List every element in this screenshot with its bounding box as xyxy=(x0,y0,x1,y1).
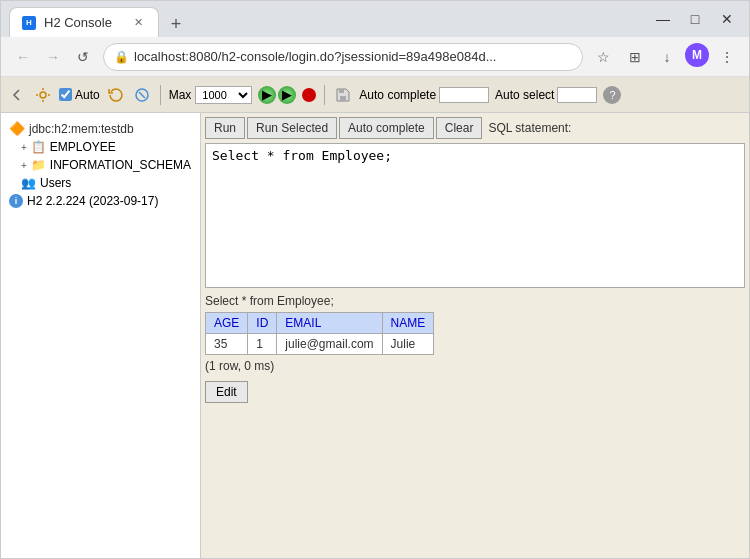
forward-btn[interactable]: → xyxy=(39,43,67,71)
tab-favicon: H xyxy=(22,16,36,30)
cell-name: Julie xyxy=(382,334,434,355)
active-tab[interactable]: H H2 Console ✕ xyxy=(9,7,159,37)
info-icon: i xyxy=(9,194,23,208)
reload-btn[interactable]: ↺ xyxy=(69,43,97,71)
run-btn[interactable]: Run xyxy=(205,117,245,139)
disconnect-icon[interactable] xyxy=(132,85,152,105)
app-area: Auto Max 1000 100 500 10000 ▶ ▶ xyxy=(1,77,749,558)
sql-toolbar: Run Run Selected Auto complete Clear SQL… xyxy=(205,117,745,139)
svg-line-2 xyxy=(139,92,145,98)
run-btn-1[interactable]: ▶ xyxy=(258,86,276,104)
expand-icon-2: + xyxy=(21,160,27,171)
max-select[interactable]: 1000 100 500 10000 xyxy=(195,86,252,104)
help-btn[interactable]: ? xyxy=(603,86,621,104)
sql-editor[interactable]: Select * from Employee; xyxy=(205,143,745,288)
auto-checkbox[interactable] xyxy=(59,88,72,101)
extensions-btn[interactable]: ⊞ xyxy=(621,43,649,71)
avatar[interactable]: M xyxy=(685,43,709,67)
autocomplete-group: Auto complete xyxy=(359,87,489,103)
tree-label-employee: EMPLOYEE xyxy=(50,140,116,154)
autoselect-group: Auto select xyxy=(495,87,597,103)
max-label: Max xyxy=(169,88,192,102)
col-email: EMAIL xyxy=(277,313,382,334)
col-name: NAME xyxy=(382,313,434,334)
db-label: jdbc:h2:mem:testdb xyxy=(29,122,134,136)
table-header-row: AGE ID EMAIL NAME xyxy=(206,313,434,334)
max-group: Max 1000 100 500 10000 xyxy=(169,86,253,104)
separator-1 xyxy=(160,85,161,105)
autocomplete-input[interactable] xyxy=(439,87,489,103)
h2-toolbar: Auto Max 1000 100 500 10000 ▶ ▶ xyxy=(1,77,749,113)
address-bar: ← → ↺ 🔒 localhost:8080/h2-console/login.… xyxy=(1,37,749,77)
url-text: localhost:8080/h2-console/login.do?jsess… xyxy=(134,49,496,64)
svg-rect-4 xyxy=(339,89,344,93)
cell-email: julie@gmail.com xyxy=(277,334,382,355)
autoselect-label: Auto select xyxy=(495,88,554,102)
tree-label-information-schema: INFORMATION_SCHEMA xyxy=(50,158,191,172)
clear-btn[interactable]: Clear xyxy=(436,117,483,139)
results-table: AGE ID EMAIL NAME 35 1 julie@gmail.com xyxy=(205,312,434,355)
db-connection[interactable]: 🔶 jdbc:h2:mem:testdb xyxy=(5,119,196,138)
menu-btn[interactable]: ⋮ xyxy=(713,43,741,71)
addr-actions: ☆ ⊞ ↓ M ⋮ xyxy=(589,43,741,71)
svg-rect-3 xyxy=(340,96,346,101)
maximize-btn[interactable]: □ xyxy=(681,9,709,29)
stop-btn[interactable] xyxy=(302,88,316,102)
db-icon: 🔶 xyxy=(9,121,25,136)
right-panel: Run Run Selected Auto complete Clear SQL… xyxy=(201,113,749,558)
auto-checkbox-group: Auto xyxy=(59,88,100,102)
col-id: ID xyxy=(248,313,277,334)
content-area: 🔶 jdbc:h2:mem:testdb + 📋 EMPLOYEE + 📁 IN… xyxy=(1,113,749,558)
window-close-btn[interactable]: ✕ xyxy=(713,9,741,29)
tree-item-information-schema[interactable]: + 📁 INFORMATION_SCHEMA xyxy=(5,156,196,174)
autocomplete-label: Auto complete xyxy=(359,88,436,102)
new-tab-btn[interactable]: + xyxy=(163,11,189,37)
svg-point-0 xyxy=(40,92,46,98)
separator-2 xyxy=(324,85,325,105)
tree-item-users[interactable]: 👥 Users xyxy=(5,174,196,192)
cell-age: 35 xyxy=(206,334,248,355)
download-btn[interactable]: ↓ xyxy=(653,43,681,71)
col-age: AGE xyxy=(206,313,248,334)
window-controls: — □ ✕ xyxy=(649,9,741,29)
cell-id: 1 xyxy=(248,334,277,355)
auto-label: Auto xyxy=(75,88,100,102)
star-btn[interactable]: ☆ xyxy=(589,43,617,71)
lock-icon: 🔒 xyxy=(114,50,129,64)
tree-item-employee[interactable]: + 📋 EMPLOYEE xyxy=(5,138,196,156)
tab-close-btn[interactable]: ✕ xyxy=(130,15,146,31)
run-selected-btn[interactable]: Run Selected xyxy=(247,117,337,139)
expand-icon: + xyxy=(21,142,27,153)
nav-arrows: ← → ↺ xyxy=(9,43,97,71)
settings-icon[interactable] xyxy=(33,85,53,105)
version-label: H2 2.2.224 (2023-09-17) xyxy=(27,194,158,208)
minimize-btn[interactable]: — xyxy=(649,9,677,29)
results-query: Select * from Employee; xyxy=(205,294,745,308)
table-row: 35 1 julie@gmail.com Julie xyxy=(206,334,434,355)
title-bar: H H2 Console ✕ + — □ ✕ xyxy=(1,1,749,37)
url-box[interactable]: 🔒 localhost:8080/h2-console/login.do?jse… xyxy=(103,43,583,71)
results-info: (1 row, 0 ms) xyxy=(205,359,745,373)
tab-bar: H H2 Console ✕ + xyxy=(9,1,641,37)
refresh-icon[interactable] xyxy=(106,85,126,105)
autoselect-input[interactable] xyxy=(557,87,597,103)
left-panel: 🔶 jdbc:h2:mem:testdb + 📋 EMPLOYEE + 📁 IN… xyxy=(1,113,201,558)
folder-icon: 📁 xyxy=(31,158,46,172)
tree-label-users: Users xyxy=(40,176,71,190)
tab-title: H2 Console xyxy=(44,15,112,30)
edit-btn[interactable]: Edit xyxy=(205,381,248,403)
results-area: Select * from Employee; AGE ID EMAIL NAM… xyxy=(205,294,745,403)
back-icon[interactable] xyxy=(7,85,27,105)
run-btn-2[interactable]: ▶ xyxy=(278,86,296,104)
save-icon[interactable] xyxy=(333,85,353,105)
sql-label: SQL statement: xyxy=(488,121,571,135)
auto-complete-btn[interactable]: Auto complete xyxy=(339,117,434,139)
version-item: i H2 2.2.224 (2023-09-17) xyxy=(5,192,196,210)
table-icon: 📋 xyxy=(31,140,46,154)
users-icon: 👥 xyxy=(21,176,36,190)
back-btn[interactable]: ← xyxy=(9,43,37,71)
run-icon-group: ▶ ▶ xyxy=(258,86,296,104)
